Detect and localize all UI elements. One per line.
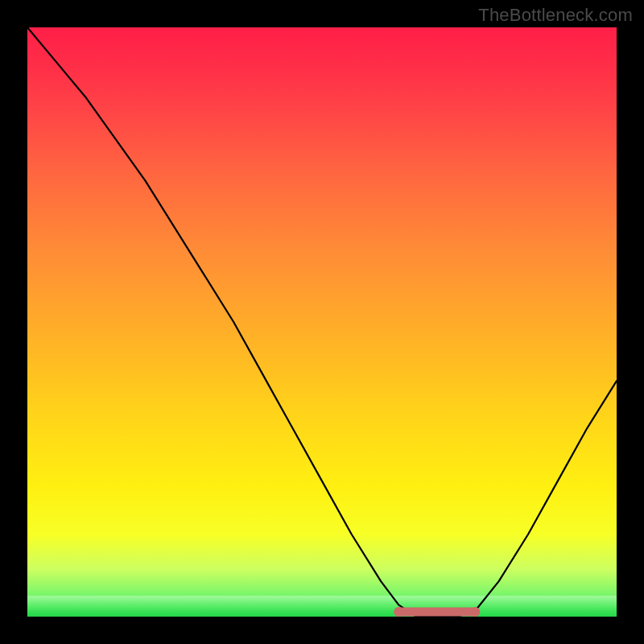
bottleneck-curve	[27, 27, 617, 617]
optimal-zone-dot-right	[470, 607, 480, 617]
optimal-zone-dot-left	[394, 607, 403, 617]
curve-svg	[27, 27, 617, 617]
watermark-text: TheBottleneck.com	[478, 5, 633, 26]
chart-stage: TheBottleneck.com	[0, 0, 644, 644]
plot-area	[27, 27, 617, 617]
